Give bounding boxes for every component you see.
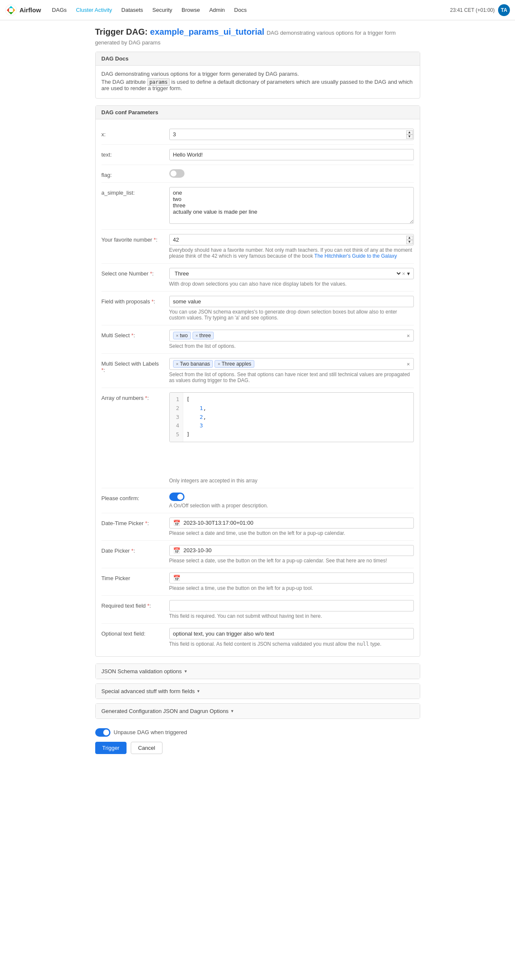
x-decrement[interactable]: ▼ bbox=[406, 135, 413, 139]
x-input[interactable] bbox=[169, 129, 414, 140]
field-date-label: Date Picker *: bbox=[102, 545, 169, 554]
field-opt-text-wrap: This field is optional. As field content… bbox=[169, 628, 414, 647]
list-textarea[interactable]: one two three actually one value is made… bbox=[169, 187, 414, 224]
nav-browse[interactable]: Browse bbox=[177, 4, 204, 16]
accordion-config-json: Generated Configuration JSON and Dagrun … bbox=[95, 703, 420, 719]
array-hint: Only integers are accepted in this array bbox=[169, 478, 414, 484]
multi-clear-icon[interactable]: × bbox=[407, 333, 410, 339]
field-text-label: text: bbox=[102, 149, 169, 158]
datetime-field[interactable] bbox=[184, 520, 410, 526]
time-input-box[interactable]: 📅 bbox=[169, 573, 414, 584]
accordion-advanced-header[interactable]: Special advanced stuff with form fields … bbox=[96, 684, 420, 699]
field-array-label: Array of numbers *: bbox=[102, 392, 169, 401]
params-section: DAG conf Parameters x: ▲ ▼ text: bbox=[95, 105, 420, 657]
nav-dags[interactable]: DAGs bbox=[48, 4, 71, 16]
params-section-body: x: ▲ ▼ text: bbox=[96, 119, 420, 656]
fav-decrement[interactable]: ▼ bbox=[406, 240, 413, 244]
cancel-button[interactable]: Cancel bbox=[131, 742, 162, 754]
nav-cluster-activity[interactable]: Cluster Activity bbox=[72, 4, 116, 16]
nav-security[interactable]: Security bbox=[148, 4, 176, 16]
confirm-toggle[interactable] bbox=[169, 493, 185, 501]
navbar: Airflow DAGs Cluster Activity Datasets S… bbox=[0, 0, 515, 20]
datetime-hint: Please select a date and time, use the b… bbox=[169, 530, 414, 536]
x-spinner[interactable]: ▲ ▼ bbox=[406, 130, 413, 139]
date-field[interactable] bbox=[184, 547, 410, 553]
field-list-label: a_simple_list: bbox=[102, 187, 169, 196]
dag-name[interactable]: example_params_ui_tutorial bbox=[150, 27, 264, 36]
flag-slider bbox=[169, 169, 185, 178]
field-datetime-label: Date-Time Picker *: bbox=[102, 518, 169, 526]
multi-labels-hint: Select from the list of options. See tha… bbox=[169, 372, 414, 383]
avatar[interactable]: TA bbox=[498, 4, 510, 16]
field-multi-label: Multi Select *: bbox=[102, 330, 169, 339]
select-required: * bbox=[150, 270, 152, 277]
field-proposals: Field with proposals *: You can use JSON… bbox=[102, 292, 414, 325]
select-number-box[interactable]: Three × ▾ bbox=[169, 268, 414, 279]
dag-docs-section: DAG Docs DAG demonstrating various optio… bbox=[95, 52, 420, 99]
confirm-slider bbox=[169, 493, 185, 501]
flag-toggle[interactable] bbox=[169, 169, 185, 178]
time-field[interactable] bbox=[184, 575, 410, 581]
array-gutter: 12345 bbox=[170, 393, 183, 442]
opt-text-input[interactable] bbox=[169, 628, 414, 639]
field-date-wrap: 📅 Please select a date, use the button o… bbox=[169, 545, 414, 564]
multi-labels-tag-apples-x[interactable]: × bbox=[218, 361, 220, 366]
multi-labels-tags-box[interactable]: × Two bananas × Three apples × bbox=[169, 358, 414, 370]
field-x-wrap: ▲ ▼ bbox=[169, 129, 414, 140]
dag-docs-header: DAG Docs bbox=[96, 52, 420, 66]
x-increment[interactable]: ▲ bbox=[406, 130, 413, 135]
fav-input[interactable] bbox=[169, 234, 414, 245]
unpause-label: Unpause DAG when triggered bbox=[114, 729, 187, 735]
field-multi-select: Multi Select *: × two × three × bbox=[102, 325, 414, 354]
field-time-wrap: 📅 Please select a time, use the button o… bbox=[169, 573, 414, 591]
req-text-hint: This field is required. You can not subm… bbox=[169, 613, 414, 619]
multi-labels-clear-icon[interactable]: × bbox=[407, 361, 410, 367]
field-flag-wrap bbox=[169, 169, 414, 178]
field-req-text: Required text field *: This field is req… bbox=[102, 596, 414, 624]
date-hint: Please select a date, use the button on … bbox=[169, 558, 414, 564]
page-title: Trigger DAG: example_params_ui_tutorial … bbox=[95, 27, 420, 47]
brand-name: Airflow bbox=[19, 6, 41, 14]
field-proposals-label: Field with proposals *: bbox=[102, 296, 169, 305]
field-list: a_simple_list: one two three actually on… bbox=[102, 183, 414, 230]
array-code-editor[interactable]: 12345 [ 1, 2, 3 ] bbox=[169, 392, 414, 442]
opt-text-hint: This field is optional. As field content… bbox=[169, 641, 414, 647]
field-datetime: Date-Time Picker *: 📅 Please select a da… bbox=[102, 513, 414, 541]
trigger-button[interactable]: Trigger bbox=[95, 742, 127, 754]
field-list-wrap: one two three actually one value is made… bbox=[169, 187, 414, 225]
fav-increment[interactable]: ▲ bbox=[406, 236, 413, 240]
nav-time: 23:41 CET (+01:00) bbox=[450, 7, 495, 13]
field-time: Time Picker 📅 Please select a time, use … bbox=[102, 568, 414, 596]
title-prefix: Trigger DAG: bbox=[95, 27, 148, 36]
datetime-required: * bbox=[145, 520, 147, 526]
text-input[interactable] bbox=[169, 149, 414, 160]
unpause-toggle[interactable] bbox=[95, 728, 110, 737]
field-array-wrap: 12345 [ 1, 2, 3 ] Only integers are acce… bbox=[169, 392, 414, 484]
accordion-json-schema-header[interactable]: JSON Schema validation options ▾ bbox=[96, 664, 420, 679]
datetime-input-box[interactable]: 📅 bbox=[169, 518, 414, 529]
fav-spinner[interactable]: ▲ ▼ bbox=[406, 236, 413, 244]
select-number-select[interactable]: Three bbox=[173, 270, 402, 277]
req-text-input[interactable] bbox=[169, 600, 414, 611]
accordion-config-json-header[interactable]: Generated Configuration JSON and Dagrun … bbox=[96, 704, 420, 718]
date-calendar-icon[interactable]: 📅 bbox=[173, 547, 180, 554]
nav-datasets[interactable]: Datasets bbox=[117, 4, 147, 16]
datetime-calendar-icon[interactable]: 📅 bbox=[173, 520, 180, 526]
hitchhiker-link[interactable]: The Hitchhiker's Guide to the Galaxy bbox=[314, 253, 397, 259]
nav-admin[interactable]: Admin bbox=[205, 4, 229, 16]
select-clear-icon[interactable]: × bbox=[402, 270, 405, 277]
nav-docs[interactable]: Docs bbox=[230, 4, 251, 16]
multi-tag-two-x[interactable]: × bbox=[176, 333, 179, 338]
proposals-input[interactable] bbox=[169, 296, 414, 307]
field-array: Array of numbers *: 12345 [ 1, 2, 3 bbox=[102, 388, 414, 488]
airflow-logo-icon bbox=[5, 4, 17, 16]
multi-tags-box[interactable]: × two × three × bbox=[169, 330, 414, 341]
multi-labels-tag-apples: × Three apples bbox=[215, 360, 254, 368]
field-multi-wrap: × two × three × Select from the list of … bbox=[169, 330, 414, 349]
time-clock-icon[interactable]: 📅 bbox=[173, 575, 180, 581]
nav-right: 23:41 CET (+01:00) TA bbox=[450, 4, 510, 16]
multi-labels-tag-bananas-x[interactable]: × bbox=[176, 361, 179, 366]
multi-tag-three-x[interactable]: × bbox=[196, 333, 198, 338]
date-input-box[interactable]: 📅 bbox=[169, 545, 414, 556]
multi-hint: Select from the list of options. bbox=[169, 343, 414, 349]
